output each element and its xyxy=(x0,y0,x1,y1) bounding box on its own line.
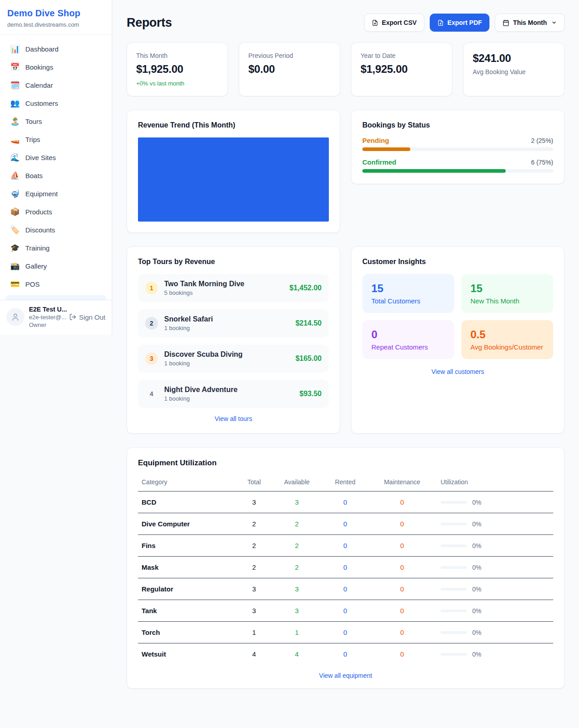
user-role: Owner xyxy=(29,321,65,328)
utilization-percent: 0% xyxy=(472,607,481,615)
equipment-rented: 0 xyxy=(323,513,367,535)
equipment-category: Mask xyxy=(138,557,237,578)
stat-label: Previous Period xyxy=(248,52,331,59)
stat-card-previous-period: Previous Period $0.00 xyxy=(239,43,340,96)
stat-value: $0.00 xyxy=(248,63,331,76)
equipment-utilization: 0% xyxy=(437,622,553,643)
sidebar-item-calendar[interactable]: 🗓️Calendar xyxy=(5,78,106,92)
equipment-utilization: 0% xyxy=(437,492,553,513)
status-rows: Pending2 (25%)Confirmed6 (75%) xyxy=(362,137,553,173)
utilization-bar: 0% xyxy=(441,651,550,658)
equipment-available: 3 xyxy=(271,492,323,513)
top-tours-title: Top Tours by Revenue xyxy=(138,258,329,266)
rank-badge: 2 xyxy=(145,317,158,330)
equipment-available: 2 xyxy=(271,513,323,535)
bookings-icon: 📅 xyxy=(10,63,20,71)
equipment-rented: 0 xyxy=(323,643,367,665)
equipment-utilization: 0% xyxy=(437,557,553,578)
view-all-equipment-link[interactable]: View all equipment xyxy=(138,672,553,679)
utilization-track xyxy=(441,631,467,634)
sidebar-item-bookings[interactable]: 📅Bookings xyxy=(5,60,106,74)
gallery-icon: 📸 xyxy=(10,262,20,270)
equipment-maintenance: 0 xyxy=(367,535,437,557)
sidebar-item-label: Bookings xyxy=(25,63,53,71)
table-row: Mask22000% xyxy=(138,557,553,578)
table-row: BCD33000% xyxy=(138,492,553,513)
export-pdf-label: Export PDF xyxy=(447,19,482,26)
tour-bookings: 5 bookings xyxy=(164,289,283,296)
tour-revenue: $214.50 xyxy=(295,319,322,327)
utilization-bar: 0% xyxy=(441,629,550,636)
equipment-total: 4 xyxy=(237,643,271,665)
equipment-category: Wetsuit xyxy=(138,643,237,665)
equipment-utilization: 0% xyxy=(437,578,553,600)
tour-row[interactable]: 1Two Tank Morning Dive5 bookings$1,452.0… xyxy=(138,274,329,302)
tour-revenue: $165.00 xyxy=(295,355,322,363)
column-header-utilization: Utilization xyxy=(437,473,553,492)
equipment-rented: 0 xyxy=(323,600,367,622)
sidebar-item-gallery[interactable]: 📸Gallery xyxy=(5,259,106,273)
sidebar-item-equipment[interactable]: 🤿Equipment xyxy=(5,187,106,201)
avatar xyxy=(6,308,24,326)
sidebar-item-products[interactable]: 📦Products xyxy=(5,205,106,219)
equipment-category: Regulator xyxy=(138,578,237,600)
equipment-maintenance: 0 xyxy=(367,578,437,600)
user-panel: E2E Test U... e2e-tester@... Owner Sign … xyxy=(0,300,112,335)
equipment-available: 3 xyxy=(271,600,323,622)
insight-tile: 15New This Month xyxy=(461,274,553,313)
tour-name: Two Tank Morning Dive xyxy=(164,280,283,288)
training-icon: 🎓 xyxy=(10,244,20,252)
equipment-total: 2 xyxy=(237,557,271,578)
equipment-available: 3 xyxy=(271,578,323,600)
period-label: This Month xyxy=(513,19,547,26)
utilization-track xyxy=(441,544,467,547)
equipment-rented: 0 xyxy=(323,557,367,578)
table-row: Dive Computer22000% xyxy=(138,513,553,535)
sidebar-item-boats[interactable]: ⛵Boats xyxy=(5,169,106,183)
tour-name: Snorkel Safari xyxy=(164,315,289,323)
discounts-icon: 🏷️ xyxy=(10,226,20,234)
tour-revenue: $1,452.00 xyxy=(290,284,322,292)
table-row: Fins22000% xyxy=(138,535,553,557)
status-row-header: Confirmed6 (75%) xyxy=(362,158,553,166)
tour-list: 1Two Tank Morning Dive5 bookings$1,452.0… xyxy=(138,274,329,408)
tour-row[interactable]: 2Snorkel Safari1 booking$214.50 xyxy=(138,309,329,337)
period-dropdown[interactable]: This Month xyxy=(495,14,565,32)
equipment-category: Torch xyxy=(138,622,237,643)
sidebar-item-label: Customers xyxy=(25,99,58,107)
sidebar-item-training[interactable]: 🎓Training xyxy=(5,241,106,255)
sidebar-item-label: Boats xyxy=(25,172,43,180)
sidebar-item-reports-partial[interactable] xyxy=(5,295,106,300)
table-row: Wetsuit44000% xyxy=(138,643,553,665)
view-all-tours-link[interactable]: View all tours xyxy=(138,415,329,422)
sidebar-item-trips[interactable]: 🚤Trips xyxy=(5,132,106,147)
utilization-bar: 0% xyxy=(441,520,550,528)
tour-info: Discover Scuba Diving1 booking xyxy=(164,350,289,367)
utilization-bar: 0% xyxy=(441,542,550,549)
export-pdf-button[interactable]: Export PDF xyxy=(430,14,489,32)
person-icon xyxy=(11,312,20,321)
rank-badge: 1 xyxy=(145,282,158,294)
tour-bookings: 1 booking xyxy=(164,360,289,367)
tour-row[interactable]: 4Night Dive Adventure1 booking$93.50 xyxy=(138,380,329,408)
export-csv-button[interactable]: Export CSV xyxy=(364,14,424,32)
sidebar-item-dashboard[interactable]: 📊Dashboard xyxy=(5,42,106,56)
view-all-customers-link[interactable]: View all customers xyxy=(362,368,553,375)
stat-card-year-to-date: Year to Date $1,925.00 xyxy=(351,43,452,96)
dashboard-icon: 📊 xyxy=(10,45,20,53)
sidebar-item-pos[interactable]: 💳POS xyxy=(5,277,106,291)
tour-row[interactable]: 3Discover Scuba Diving1 booking$165.00 xyxy=(138,345,329,373)
sidebar-item-label: Products xyxy=(25,208,52,216)
utilization-track xyxy=(441,501,467,504)
sidebar-item-tours[interactable]: 🏝️Tours xyxy=(5,114,106,128)
insight-tiles: 15Total Customers15New This Month0Repeat… xyxy=(362,274,553,359)
sidebar-item-discounts[interactable]: 🏷️Discounts xyxy=(5,223,106,237)
status-bar-fill xyxy=(362,147,410,151)
sign-out-button[interactable]: Sign Out xyxy=(69,313,105,321)
sidebar-item-label: Tours xyxy=(25,118,42,125)
sidebar-item-dive-sites[interactable]: 🌊Dive Sites xyxy=(5,151,106,165)
page-title: Reports xyxy=(127,16,172,30)
user-name: E2E Test U... xyxy=(29,306,65,313)
shop-name[interactable]: Demo Dive Shop xyxy=(7,8,104,19)
sidebar-item-customers[interactable]: 👥Customers xyxy=(5,96,106,110)
